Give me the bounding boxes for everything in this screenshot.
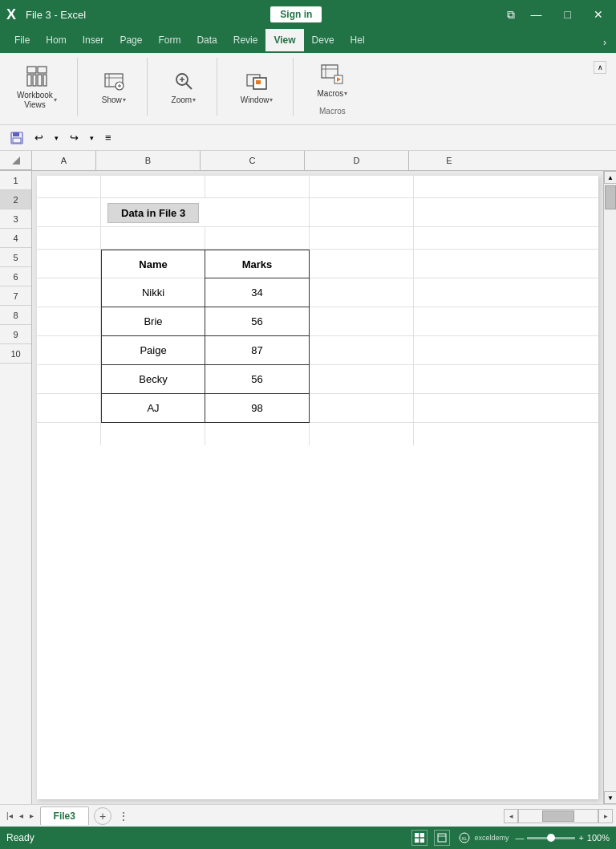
undo-button[interactable]: ↩ <box>30 129 47 146</box>
cell-b8[interactable]: Becky <box>101 365 205 394</box>
cell-e3[interactable] <box>414 227 598 249</box>
col-header-c[interactable]: C <box>201 151 305 170</box>
tab-page[interactable]: Page <box>111 29 150 53</box>
col-header-b[interactable]: B <box>96 151 201 170</box>
cell-c3[interactable] <box>205 227 310 249</box>
normal-view-button[interactable] <box>411 830 428 846</box>
cell-b9[interactable]: AJ <box>101 394 205 423</box>
h-scroll-track[interactable] <box>518 809 598 823</box>
cell-e10[interactable] <box>414 423 598 445</box>
sheet-nav-first[interactable]: |◂ <box>3 810 16 822</box>
cell-c10[interactable] <box>205 423 310 445</box>
cell-c7[interactable]: 87 <box>205 336 310 365</box>
cell-e7[interactable] <box>414 336 598 364</box>
cell-c5[interactable]: 34 <box>205 278 310 307</box>
redo-button[interactable]: ↪ <box>66 129 83 146</box>
cell-e9[interactable] <box>414 394 598 422</box>
cell-d4[interactable] <box>310 250 414 278</box>
cell-d6[interactable] <box>310 307 414 335</box>
cell-d8[interactable] <box>310 365 414 393</box>
cell-c9[interactable]: 98 <box>205 394 310 423</box>
h-scroll-right[interactable]: ▸ <box>598 809 613 823</box>
cell-e1[interactable] <box>414 176 598 198</box>
zoom-minus[interactable]: — <box>515 833 524 843</box>
minimize-button[interactable]: — <box>525 6 549 22</box>
show-button[interactable]: Show ▾ <box>94 64 134 109</box>
cell-a7[interactable] <box>37 336 101 364</box>
tab-help[interactable]: Hel <box>342 29 373 53</box>
cell-e2[interactable] <box>414 198 598 227</box>
restore-icon[interactable]: ⧉ <box>507 8 515 22</box>
h-scroll-left[interactable]: ◂ <box>504 809 518 823</box>
tab-developer[interactable]: Deve <box>304 29 342 53</box>
cell-e8[interactable] <box>414 365 598 393</box>
cell-c6[interactable]: 56 <box>205 307 310 336</box>
scroll-track[interactable] <box>604 184 616 791</box>
cell-d3[interactable] <box>310 227 414 249</box>
page-layout-button[interactable] <box>434 830 450 846</box>
customize-qat-button[interactable]: ≡ <box>101 129 116 146</box>
cell-c1[interactable] <box>205 176 310 198</box>
cell-a4[interactable] <box>37 250 101 278</box>
col-header-a[interactable]: A <box>32 151 96 170</box>
cell-b5[interactable]: Nikki <box>101 278 205 307</box>
cell-a6[interactable] <box>37 307 101 335</box>
cell-b6[interactable]: Brie <box>101 307 205 336</box>
window-button[interactable]: Window ▾ <box>233 64 281 109</box>
cell-d9[interactable] <box>310 394 414 422</box>
save-button[interactable] <box>6 129 27 147</box>
ribbon-collapse-button[interactable]: ∧ <box>594 61 606 74</box>
col-header-e[interactable]: E <box>409 151 489 170</box>
cell-d10[interactable] <box>310 423 414 445</box>
cell-b3[interactable] <box>101 227 205 249</box>
zoom-button[interactable]: Zoom ▾ <box>164 64 204 109</box>
cell-b1[interactable] <box>101 176 205 198</box>
cell-e5[interactable] <box>414 278 598 307</box>
tab-home[interactable]: Hom <box>38 29 74 53</box>
svg-rect-33 <box>438 834 446 842</box>
cell-e4[interactable] <box>414 250 598 278</box>
sheet-nav-prev[interactable]: ◂ <box>16 810 26 822</box>
cell-e6[interactable] <box>414 307 598 335</box>
cell-a9[interactable] <box>37 394 101 422</box>
cell-b2-merged[interactable]: Data in File 3 <box>101 198 310 227</box>
tab-data[interactable]: Data <box>188 29 225 53</box>
tab-review[interactable]: Revie <box>225 29 266 53</box>
macros-button[interactable]: Macros ▾ <box>310 58 355 103</box>
sheet-tab-file3[interactable]: File3 <box>40 806 89 825</box>
cell-a10[interactable] <box>37 423 101 445</box>
cell-a2[interactable] <box>37 198 101 227</box>
tab-view[interactable]: View <box>265 29 303 53</box>
cell-b7[interactable]: Paige <box>101 336 205 365</box>
cell-a5[interactable] <box>37 278 101 307</box>
zoom-plus[interactable]: + <box>578 833 583 843</box>
cell-d7[interactable] <box>310 336 414 364</box>
cell-b10[interactable] <box>101 423 205 445</box>
sheet-options-button[interactable]: ⋮ <box>115 808 132 824</box>
cell-d1[interactable] <box>310 176 414 198</box>
workbook-views-button[interactable]: WorkbookViews ▾ <box>10 59 64 114</box>
scroll-up-button[interactable]: ▲ <box>604 171 616 184</box>
tab-insert[interactable]: Inser <box>75 29 112 53</box>
undo-dropdown-button[interactable]: ▾ <box>51 132 63 144</box>
tab-file[interactable]: File <box>6 29 38 53</box>
add-sheet-button[interactable]: + <box>94 807 111 825</box>
sign-in-button[interactable]: Sign in <box>270 6 322 22</box>
redo-dropdown-button[interactable]: ▾ <box>86 132 98 144</box>
cell-a1[interactable] <box>37 176 101 198</box>
close-button[interactable]: ✕ <box>587 6 610 22</box>
cell-c8[interactable]: 56 <box>205 365 310 394</box>
cell-b4-header[interactable]: Name <box>101 250 205 278</box>
col-header-d[interactable]: D <box>305 151 409 170</box>
cell-d2[interactable] <box>310 198 414 227</box>
scroll-down-button[interactable]: ▼ <box>604 791 616 804</box>
tab-formulas[interactable]: Form <box>150 29 188 53</box>
zoom-slider-track[interactable] <box>527 837 575 839</box>
cell-a3[interactable] <box>37 227 101 249</box>
cell-a8[interactable] <box>37 365 101 393</box>
maximize-button[interactable]: □ <box>558 6 578 22</box>
sheet-nav-next[interactable]: ▸ <box>26 810 37 822</box>
ribbon-more-button[interactable]: › <box>600 32 610 53</box>
cell-c4-header[interactable]: Marks <box>205 250 310 278</box>
cell-d5[interactable] <box>310 278 414 307</box>
